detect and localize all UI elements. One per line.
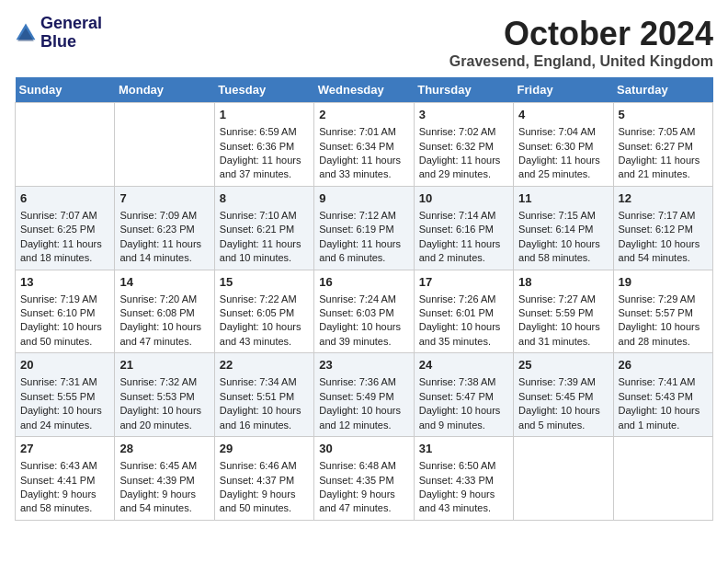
calendar-cell: 7Sunrise: 7:09 AMSunset: 6:23 PMDaylight… [115, 186, 214, 270]
day-number: 17 [419, 274, 508, 291]
cell-content: Sunset: 5:55 PM [20, 390, 109, 404]
calendar-cell: 3Sunrise: 7:02 AMSunset: 6:32 PMDaylight… [414, 103, 513, 187]
day-number: 29 [220, 441, 309, 457]
cell-content: Sunrise: 7:19 AM [20, 293, 109, 306]
cell-content: Daylight: 11 hours and 14 minutes. [119, 237, 209, 266]
cell-content: Sunset: 6:36 PM [220, 140, 309, 154]
calendar-cell: 13Sunrise: 7:19 AMSunset: 6:10 PMDayligh… [16, 270, 115, 353]
cell-content: Sunrise: 7:27 AM [518, 293, 608, 306]
cell-content: Sunrise: 6:59 AM [220, 125, 309, 139]
cell-content: Daylight: 9 hours and 54 minutes. [119, 488, 209, 516]
day-number: 7 [119, 190, 209, 207]
calendar-cell: 5Sunrise: 7:05 AMSunset: 6:27 PMDaylight… [613, 103, 712, 187]
cell-content: Sunrise: 7:39 AM [518, 375, 608, 389]
cell-content: Sunrise: 6:46 AM [220, 459, 309, 473]
logo-line2: Blue [40, 33, 102, 52]
calendar-cell: 16Sunrise: 7:24 AMSunset: 6:03 PMDayligh… [314, 270, 414, 353]
cell-content: Sunrise: 6:45 AM [119, 459, 209, 473]
cell-content: Sunset: 6:12 PM [619, 223, 708, 236]
location-title: Gravesend, England, United Kingdom [449, 53, 713, 70]
cell-content: Sunrise: 7:14 AM [419, 209, 508, 223]
cell-content: Daylight: 10 hours and 54 minutes. [619, 237, 708, 266]
day-number: 26 [619, 357, 708, 373]
cell-content: Sunrise: 7:02 AM [419, 125, 508, 139]
cell-content: Daylight: 11 hours and 25 minutes. [518, 154, 608, 182]
cell-content: Sunset: 6:19 PM [319, 223, 408, 236]
day-number: 11 [518, 190, 608, 207]
cell-content: Sunrise: 7:10 AM [220, 209, 309, 223]
day-number: 2 [319, 107, 408, 123]
cell-content: Sunrise: 7:20 AM [119, 293, 209, 306]
cell-content: Sunset: 4:37 PM [220, 474, 309, 488]
calendar-cell: 31Sunrise: 6:50 AMSunset: 4:33 PMDayligh… [414, 437, 513, 521]
cell-content: Sunset: 4:35 PM [319, 474, 408, 488]
day-number: 28 [119, 441, 209, 457]
cell-content: Sunset: 5:51 PM [220, 390, 309, 404]
day-number: 19 [619, 274, 708, 291]
day-of-week-header: Sunday [16, 77, 115, 103]
cell-content: Daylight: 11 hours and 21 minutes. [619, 154, 708, 182]
calendar-cell: 11Sunrise: 7:15 AMSunset: 6:14 PMDayligh… [514, 186, 613, 270]
day-number: 12 [619, 190, 708, 207]
cell-content: Daylight: 10 hours and 58 minutes. [518, 237, 608, 266]
day-of-week-header: Wednesday [314, 77, 414, 103]
calendar-header-row: SundayMondayTuesdayWednesdayThursdayFrid… [16, 77, 713, 103]
day-number: 4 [518, 107, 608, 123]
calendar-week-row: 13Sunrise: 7:19 AMSunset: 6:10 PMDayligh… [16, 270, 713, 353]
cell-content: Daylight: 9 hours and 43 minutes. [419, 488, 508, 516]
day-number: 25 [518, 357, 608, 373]
cell-content: Daylight: 10 hours and 39 minutes. [319, 320, 408, 349]
cell-content: Sunrise: 7:26 AM [419, 293, 508, 306]
calendar-cell: 4Sunrise: 7:04 AMSunset: 6:30 PMDaylight… [514, 103, 613, 187]
cell-content: Sunrise: 7:07 AM [20, 209, 109, 223]
day-number: 20 [20, 357, 109, 373]
cell-content: Sunset: 6:01 PM [419, 306, 508, 320]
cell-content: Sunset: 6:21 PM [220, 223, 309, 236]
day-number: 18 [518, 274, 608, 291]
cell-content: Daylight: 10 hours and 50 minutes. [20, 320, 109, 349]
cell-content: Daylight: 11 hours and 2 minutes. [419, 237, 508, 266]
calendar-cell: 1Sunrise: 6:59 AMSunset: 6:36 PMDaylight… [214, 103, 313, 187]
day-number: 23 [319, 357, 408, 373]
day-number: 10 [419, 190, 508, 207]
cell-content: Sunset: 4:33 PM [419, 474, 508, 488]
cell-content: Daylight: 9 hours and 50 minutes. [220, 488, 309, 516]
calendar-cell: 21Sunrise: 7:32 AMSunset: 5:53 PMDayligh… [115, 353, 214, 437]
cell-content: Sunset: 4:41 PM [20, 474, 109, 488]
calendar-week-row: 27Sunrise: 6:43 AMSunset: 4:41 PMDayligh… [16, 437, 713, 521]
cell-content: Sunrise: 7:15 AM [518, 209, 608, 223]
logo-text: General Blue [40, 15, 102, 52]
calendar-cell: 28Sunrise: 6:45 AMSunset: 4:39 PMDayligh… [115, 437, 214, 521]
cell-content: Sunset: 6:14 PM [518, 223, 608, 236]
cell-content: Daylight: 10 hours and 16 minutes. [220, 404, 309, 432]
cell-content: Sunset: 5:49 PM [319, 390, 408, 404]
logo: General Blue [15, 15, 102, 52]
calendar-cell: 6Sunrise: 7:07 AMSunset: 6:25 PMDaylight… [16, 186, 115, 270]
cell-content: Daylight: 10 hours and 12 minutes. [319, 404, 408, 432]
cell-content: Sunset: 5:43 PM [619, 390, 708, 404]
cell-content: Daylight: 11 hours and 18 minutes. [20, 237, 109, 266]
cell-content: Sunrise: 7:32 AM [119, 375, 209, 389]
cell-content: Sunset: 6:03 PM [319, 306, 408, 320]
day-of-week-header: Monday [115, 77, 214, 103]
cell-content: Sunset: 4:39 PM [119, 474, 209, 488]
cell-content: Sunrise: 7:04 AM [518, 125, 608, 139]
cell-content: Daylight: 10 hours and 1 minute. [619, 404, 708, 432]
calendar-table: SundayMondayTuesdayWednesdayThursdayFrid… [15, 77, 713, 521]
cell-content: Daylight: 9 hours and 58 minutes. [20, 488, 109, 516]
day-number: 1 [220, 107, 309, 123]
calendar-cell: 24Sunrise: 7:38 AMSunset: 5:47 PMDayligh… [414, 353, 513, 437]
page-header: General Blue October 2024 Gravesend, Eng… [15, 15, 713, 70]
day-number: 31 [419, 441, 508, 457]
calendar-cell: 14Sunrise: 7:20 AMSunset: 6:08 PMDayligh… [115, 270, 214, 353]
cell-content: Sunset: 6:16 PM [419, 223, 508, 236]
logo-line1: General [40, 15, 102, 33]
day-of-week-header: Tuesday [214, 77, 313, 103]
cell-content: Sunset: 5:57 PM [619, 306, 708, 320]
cell-content: Sunset: 5:53 PM [119, 390, 209, 404]
cell-content: Daylight: 9 hours and 47 minutes. [319, 488, 408, 516]
day-of-week-header: Saturday [613, 77, 712, 103]
calendar-week-row: 6Sunrise: 7:07 AMSunset: 6:25 PMDaylight… [16, 186, 713, 270]
cell-content: Sunrise: 7:34 AM [220, 375, 309, 389]
day-of-week-header: Thursday [414, 77, 513, 103]
